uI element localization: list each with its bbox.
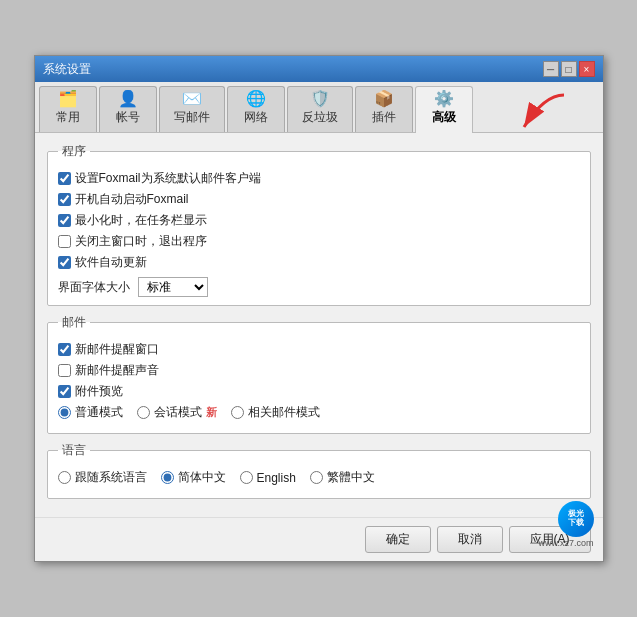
program-option-4-label[interactable]: 关闭主窗口时，退出程序 bbox=[58, 233, 207, 250]
mail-option-3: 附件预览 bbox=[58, 383, 580, 400]
lang-simplified-label[interactable]: 简体中文 bbox=[161, 469, 226, 486]
program-option-1-label[interactable]: 设置Foxmail为系统默认邮件客户端 bbox=[58, 170, 261, 187]
program-checkbox-2[interactable] bbox=[58, 193, 71, 206]
tab-compose[interactable]: ✉️ 写邮件 bbox=[159, 86, 225, 132]
tab-advanced[interactable]: ⚙️ 高级 bbox=[415, 86, 473, 133]
program-option-2: 开机自动启动Foxmail bbox=[58, 191, 580, 208]
tab-content: 程序 设置Foxmail为系统默认邮件客户端 开机自动启动Foxmail bbox=[35, 133, 603, 517]
mail-option-1-label[interactable]: 新邮件提醒窗口 bbox=[58, 341, 159, 358]
program-option-5-label[interactable]: 软件自动更新 bbox=[58, 254, 147, 271]
program-option-5: 软件自动更新 bbox=[58, 254, 580, 271]
network-icon: 🌐 bbox=[246, 91, 266, 107]
lang-english-label[interactable]: English bbox=[240, 471, 296, 485]
program-option-4: 关闭主窗口时，退出程序 bbox=[58, 233, 580, 250]
mode-conversation-label[interactable]: 会话模式 新 bbox=[137, 404, 217, 421]
ok-button[interactable]: 确定 bbox=[365, 526, 431, 553]
mail-checkbox-3[interactable] bbox=[58, 385, 71, 398]
window-title: 系统设置 bbox=[43, 61, 91, 78]
title-bar: 系统设置 ─ □ × bbox=[35, 56, 603, 82]
program-option-2-label[interactable]: 开机自动启动Foxmail bbox=[58, 191, 189, 208]
language-legend: 语言 bbox=[58, 442, 90, 459]
program-option-3: 最小化时，在任务栏显示 bbox=[58, 212, 580, 229]
account-icon: 👤 bbox=[118, 91, 138, 107]
mode-related-radio[interactable] bbox=[231, 406, 244, 419]
mail-checkbox-2[interactable] bbox=[58, 364, 71, 377]
program-checkbox-5[interactable] bbox=[58, 256, 71, 269]
tab-bar: 🗂️ 常用 👤 帐号 ✉️ 写邮件 🌐 网络 🛡️ 反垃圾 📦 插件 bbox=[35, 82, 603, 133]
program-checkbox-1[interactable] bbox=[58, 172, 71, 185]
tab-network[interactable]: 🌐 网络 bbox=[227, 86, 285, 132]
tab-network-label: 网络 bbox=[244, 109, 268, 126]
new-badge: 新 bbox=[206, 405, 217, 420]
language-section: 语言 跟随系统语言 简体中文 English bbox=[47, 442, 591, 499]
program-checkbox-3[interactable] bbox=[58, 214, 71, 227]
mail-option-1: 新邮件提醒窗口 bbox=[58, 341, 580, 358]
view-mode-group: 普通模式 会话模式 新 相关邮件模式 bbox=[58, 404, 580, 421]
font-size-select[interactable]: 小 标准 大 bbox=[138, 277, 208, 297]
cancel-button[interactable]: 取消 bbox=[437, 526, 503, 553]
apply-button[interactable]: 应用(A) bbox=[509, 526, 591, 553]
minimize-button[interactable]: ─ bbox=[543, 61, 559, 77]
tab-compose-label: 写邮件 bbox=[174, 109, 210, 126]
tab-plugins[interactable]: 📦 插件 bbox=[355, 86, 413, 132]
mode-normal-radio[interactable] bbox=[58, 406, 71, 419]
lang-system-label[interactable]: 跟随系统语言 bbox=[58, 469, 147, 486]
tab-common[interactable]: 🗂️ 常用 bbox=[39, 86, 97, 132]
font-size-row: 界面字体大小 小 标准 大 bbox=[58, 277, 580, 297]
mail-legend: 邮件 bbox=[58, 314, 90, 331]
mode-conversation-radio[interactable] bbox=[137, 406, 150, 419]
lang-simplified-radio[interactable] bbox=[161, 471, 174, 484]
tab-antispam[interactable]: 🛡️ 反垃圾 bbox=[287, 86, 353, 132]
maximize-button[interactable]: □ bbox=[561, 61, 577, 77]
plugins-icon: 📦 bbox=[374, 91, 394, 107]
tab-plugins-label: 插件 bbox=[372, 109, 396, 126]
compose-icon: ✉️ bbox=[182, 91, 202, 107]
lang-traditional-radio[interactable] bbox=[310, 471, 323, 484]
font-size-label: 界面字体大小 bbox=[58, 279, 130, 296]
advanced-icon: ⚙️ bbox=[434, 91, 454, 107]
tab-common-label: 常用 bbox=[56, 109, 80, 126]
lang-traditional-label[interactable]: 繁體中文 bbox=[310, 469, 375, 486]
antispam-icon: 🛡️ bbox=[310, 91, 330, 107]
mail-section: 邮件 新邮件提醒窗口 新邮件提醒声音 附件预览 bbox=[47, 314, 591, 434]
mail-option-2: 新邮件提醒声音 bbox=[58, 362, 580, 379]
mode-related-label[interactable]: 相关邮件模式 bbox=[231, 404, 320, 421]
program-checkbox-4[interactable] bbox=[58, 235, 71, 248]
program-option-1: 设置Foxmail为系统默认邮件客户端 bbox=[58, 170, 580, 187]
settings-window: 系统设置 ─ □ × 🗂️ 常用 👤 帐号 ✉️ 写邮件 🌐 bbox=[34, 55, 604, 562]
bottom-bar: 确定 取消 应用(A) bbox=[35, 517, 603, 561]
program-legend: 程序 bbox=[58, 143, 90, 160]
language-group: 跟随系统语言 简体中文 English 繁體中文 bbox=[58, 469, 580, 486]
tab-account[interactable]: 👤 帐号 bbox=[99, 86, 157, 132]
mail-option-2-label[interactable]: 新邮件提醒声音 bbox=[58, 362, 159, 379]
lang-system-radio[interactable] bbox=[58, 471, 71, 484]
mail-option-3-label[interactable]: 附件预览 bbox=[58, 383, 123, 400]
mode-normal-label[interactable]: 普通模式 bbox=[58, 404, 123, 421]
window-controls: ─ □ × bbox=[543, 61, 595, 77]
lang-english-radio[interactable] bbox=[240, 471, 253, 484]
close-button[interactable]: × bbox=[579, 61, 595, 77]
program-section: 程序 设置Foxmail为系统默认邮件客户端 开机自动启动Foxmail bbox=[47, 143, 591, 306]
common-icon: 🗂️ bbox=[58, 91, 78, 107]
tab-antispam-label: 反垃圾 bbox=[302, 109, 338, 126]
program-option-3-label[interactable]: 最小化时，在任务栏显示 bbox=[58, 212, 207, 229]
tab-advanced-label: 高级 bbox=[432, 109, 456, 126]
tab-account-label: 帐号 bbox=[116, 109, 140, 126]
mail-checkbox-1[interactable] bbox=[58, 343, 71, 356]
